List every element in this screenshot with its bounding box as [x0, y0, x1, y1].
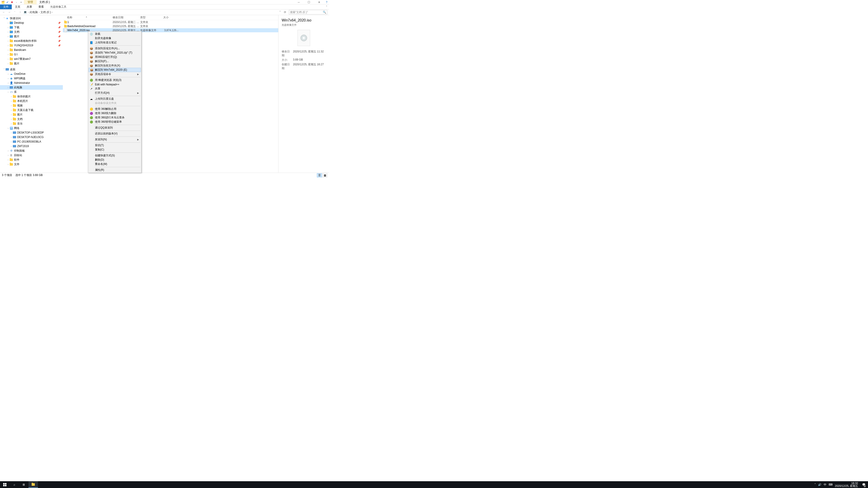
tree-item[interactable]: ›YUNQISHI2019📌: [0, 43, 63, 48]
history-dropdown-icon[interactable]: ˅: [13, 10, 17, 14]
menu-item[interactable]: 重命名(M): [89, 162, 141, 166]
menu-item[interactable]: 🟢使用 360进行木马云查杀: [89, 116, 141, 120]
search-input[interactable]: 搜索"文档 (E:)" 🔍: [289, 10, 327, 14]
chevron-icon[interactable]: ›: [7, 127, 9, 129]
chevron-icon[interactable]: ›: [10, 104, 13, 107]
tree-item[interactable]: ›下载📌: [0, 25, 63, 30]
tree-item[interactable]: ›保存的图片: [0, 94, 63, 99]
menu-item[interactable]: 📦用360压缩打开(Q): [89, 55, 141, 59]
chevron-icon[interactable]: ›: [7, 40, 9, 42]
tree-item[interactable]: ›excel表格制作求和📌: [0, 39, 63, 43]
tree-item[interactable]: ›天翼云盘下载: [0, 108, 63, 112]
menu-item[interactable]: ☁上传到百度云盘: [89, 97, 141, 101]
chevron-icon[interactable]: ›: [10, 145, 13, 148]
navigation-tree[interactable]: ˅★快速访问›Desktop📌›下载📌›文档📌›图片📌›excel表格制作求和📌…: [0, 15, 63, 173]
chevron-icon[interactable]: ›: [7, 58, 9, 60]
menu-item[interactable]: 📦添加到 "Win7x64_2020.zip" (T): [89, 51, 141, 55]
address-dropdown-icon[interactable]: ˅: [278, 11, 282, 14]
tree-item[interactable]: ›文档: [0, 117, 63, 121]
breadcrumb-folder[interactable]: 文档 (E:): [40, 10, 51, 14]
tree-item[interactable]: ›图片📌: [0, 34, 63, 39]
menu-item[interactable]: 🟣使用 360强力删除: [89, 111, 141, 116]
ribbon-collapse-icon[interactable]: ˄: [324, 5, 329, 8]
tree-item[interactable]: ›音乐: [0, 121, 63, 126]
close-button[interactable]: ✕: [314, 0, 324, 4]
tree-item[interactable]: ›👤Administrator: [0, 80, 63, 85]
menu-item[interactable]: 🟡使用 360解除占用: [89, 107, 141, 111]
menu-item[interactable]: 📦解压到(F)...: [89, 59, 141, 64]
menu-item[interactable]: 📦添加到压缩文件(A)...: [89, 46, 141, 51]
tree-item[interactable]: ›ZMT2019: [0, 144, 63, 149]
chevron-right-icon[interactable]: ›: [39, 11, 39, 14]
tree-item[interactable]: ›Desktop📌: [0, 21, 63, 25]
menu-item[interactable]: 打开方式(H)▶: [89, 91, 141, 95]
chevron-icon[interactable]: ›: [7, 91, 9, 93]
chevron-icon[interactable]: ›: [7, 53, 9, 56]
col-type[interactable]: 类型: [140, 15, 163, 20]
chevron-icon[interactable]: ›: [7, 159, 9, 161]
menu-item[interactable]: 通过QQ发送到: [89, 126, 141, 130]
col-size[interactable]: 大小: [163, 15, 180, 20]
tree-item[interactable]: ›◉WPS网盘: [0, 76, 63, 80]
tree-item[interactable]: ›视频: [0, 103, 63, 108]
tree-item[interactable]: ›网络: [0, 126, 63, 130]
tree-item[interactable]: ›文档📌: [0, 30, 63, 34]
address-bar[interactable]: 💻 › 此电脑 › 文档 (E:) › ˅ ⟳: [24, 10, 287, 14]
menu-item[interactable]: 📦解压到当前文件夹(X): [89, 64, 141, 68]
qat-new-icon[interactable]: ▫: [15, 1, 18, 4]
chevron-icon[interactable]: ›: [10, 100, 13, 102]
qat-dropdown-icon[interactable]: ▾: [20, 1, 23, 4]
tree-item[interactable]: ›PC-20190530OBLA: [0, 139, 63, 144]
chevron-icon[interactable]: ›: [7, 62, 9, 65]
col-date[interactable]: 修改日期: [113, 15, 140, 20]
menu-item[interactable]: 复制(C): [89, 148, 141, 152]
chevron-right-icon[interactable]: ›: [28, 11, 29, 14]
menu-item[interactable]: 📝Edit with Notepad++: [89, 82, 141, 87]
chevron-icon[interactable]: ›: [10, 136, 13, 138]
chevron-icon[interactable]: ›: [7, 44, 9, 47]
menu-item[interactable]: 发送到(N)▶: [89, 137, 141, 142]
chevron-icon[interactable]: ›: [10, 109, 13, 111]
file-tab[interactable]: 文件: [0, 4, 12, 9]
chevron-icon[interactable]: ›: [7, 31, 9, 33]
context-menu[interactable]: 💿装载刻录光盘映像📘上传到有道云笔记📦添加到压缩文件(A)...📦添加到 "Wi…: [88, 31, 142, 173]
chevron-icon[interactable]: ›: [7, 22, 9, 24]
menu-item[interactable]: 属性(R): [89, 168, 141, 172]
up-button[interactable]: ↑: [18, 10, 22, 14]
view-details-button[interactable]: ☰: [317, 173, 322, 177]
qat-check-icon[interactable]: ✔: [6, 1, 9, 4]
file-row[interactable]: BaiduNetdiskDownload2020/12/25, 星期五 1...…: [63, 24, 278, 28]
ribbon-tab-view[interactable]: 查看: [35, 4, 47, 9]
chevron-icon[interactable]: ›: [7, 26, 9, 29]
tree-item[interactable]: ›G:\: [0, 52, 63, 57]
menu-item[interactable]: 剪切(T): [89, 143, 141, 148]
back-button[interactable]: ←: [2, 10, 6, 14]
menu-item[interactable]: 🟢用 蜂蜜浏览器 浏览(3): [89, 78, 141, 82]
chevron-icon[interactable]: ›: [7, 77, 9, 80]
refresh-icon[interactable]: ⟳: [283, 11, 287, 14]
tree-item[interactable]: ›DESKTOP-LSSOEDP: [0, 130, 63, 135]
chevron-icon[interactable]: ›: [10, 131, 13, 134]
chevron-icon[interactable]: ›: [7, 49, 9, 51]
chevron-icon[interactable]: ›: [10, 95, 13, 98]
tree-item[interactable]: ›此电脑: [0, 85, 63, 90]
menu-item[interactable]: 📦解压到 Win7x64_2020\ (E): [89, 68, 141, 72]
help-button[interactable]: ?: [324, 0, 329, 4]
tree-item[interactable]: ›图片: [0, 112, 63, 117]
tree-section[interactable]: ˅桌面: [0, 67, 63, 72]
maximize-button[interactable]: ☐: [304, 0, 314, 4]
chevron-icon[interactable]: ›: [7, 86, 9, 89]
forward-button[interactable]: →: [7, 10, 11, 14]
tree-item[interactable]: ›⚙控制面板: [0, 149, 63, 153]
menu-item[interactable]: 删除(D): [89, 158, 141, 162]
chevron-icon[interactable]: ˅: [3, 68, 5, 71]
menu-item[interactable]: 还原以前的版本(V): [89, 131, 141, 136]
tree-item[interactable]: ›🗑回收站: [0, 153, 63, 158]
ribbon-tab-disctools[interactable]: 光盘映像工具: [47, 4, 70, 9]
tree-item[interactable]: ›软件: [0, 158, 63, 162]
menu-item[interactable]: 📘上传到有道云笔记: [89, 40, 141, 45]
chevron-right-icon[interactable]: ›: [52, 11, 53, 14]
tree-item[interactable]: ›DESKTOP-NJEU3CG: [0, 135, 63, 139]
minimize-button[interactable]: ─: [293, 0, 304, 4]
chevron-icon[interactable]: ›: [10, 113, 13, 116]
